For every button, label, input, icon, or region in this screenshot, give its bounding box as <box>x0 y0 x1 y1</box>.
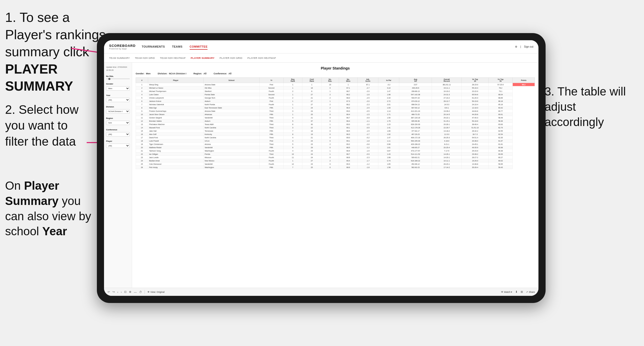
gender-select[interactable]: Men <box>106 86 130 91</box>
table-row[interactable]: 16Alex GoffKentuckyFifth819068.3-1.71.92… <box>136 133 535 136</box>
cell-school: Kentucky <box>203 133 260 136</box>
cell-adj-score: -0.5 <box>357 126 378 129</box>
table-row[interactable]: 11Gordon SargentVanderbiltThird421068.7-… <box>136 116 535 119</box>
cell-school: Texas A&M <box>203 123 260 126</box>
table-row[interactable]: 25Cole SherwoodVanderbiltFourth1223069.3… <box>136 162 535 166</box>
crop-icon[interactable]: ⊡ <box>124 290 126 294</box>
cell-rank: 19 <box>136 143 148 146</box>
cell-no-wins: 68.3 <box>339 106 357 109</box>
table-row[interactable]: 14Maxwell FordNorth CarolinaThird322069.… <box>136 126 535 129</box>
dash-icon[interactable]: — <box>134 290 137 294</box>
back-icon[interactable]: ‹ <box>117 290 118 294</box>
table-row[interactable]: 22Ian GilliganFloridaThird1024168.7-0.91… <box>136 153 535 156</box>
table-row[interactable]: 21Taehoon SongWashingtonFourth423168.9-1… <box>136 149 535 153</box>
cell-yr: Second <box>260 93 283 96</box>
table-row[interactable]: 8Mats EgeEast Tennessee StateFifth124268… <box>136 106 535 109</box>
undo-icon[interactable]: ↩ <box>108 290 110 294</box>
grid-icon[interactable]: ⊞ <box>521 290 523 294</box>
cell-conf-rank: 24 <box>302 156 321 159</box>
table-row[interactable]: 26Petr HrubyWashingtonFifth725068.6-1.81… <box>136 166 535 169</box>
table-row[interactable]: 6Jackson KoirunAuburnFirst127167.3-2.02.… <box>136 100 535 103</box>
watch-label[interactable]: 👁 Watch ▾ <box>501 291 512 293</box>
no-rds-slider[interactable] <box>106 78 130 79</box>
cell-rank: 25 <box>136 162 148 166</box>
year-select[interactable]: (All) <box>106 98 130 102</box>
clock-icon[interactable]: ⏱ <box>139 290 142 294</box>
nav-tournaments[interactable]: TOURNAMENTS <box>142 44 165 50</box>
cell-no-rds: 0 <box>321 146 339 149</box>
table-row[interactable]: 3Michael ThorbjornsenStanfordFourth28168… <box>136 90 535 93</box>
player-select[interactable]: (All) <box>106 144 130 148</box>
conference-select[interactable]: (All) <box>106 132 130 136</box>
cell-vs-top50: 61.81 <box>488 143 513 146</box>
table-row[interactable]: 15Jake HallTennesseeFifth718068.5-1.51.6… <box>136 129 535 133</box>
cell-rank: 5 <box>136 96 148 100</box>
table-row[interactable]: 24Bastian AmatNew MexicoFourth127269.4-1… <box>136 159 535 162</box>
cell-adj-score: -2.5 <box>357 96 378 100</box>
cell-vs-top50: 65.16 <box>488 103 513 106</box>
table-row[interactable]: 18Luke PowellUCLAFirst424069.1-1.81.1150… <box>136 139 535 143</box>
cell-vs-top50: 62.55 <box>488 129 513 133</box>
cell-overall-record: 17-14-2 <box>432 166 462 169</box>
share-label[interactable]: ↗ Share <box>526 291 535 293</box>
cell-school: Stanford <box>203 90 260 93</box>
cell-overall-record: 10-10-2 <box>432 90 462 93</box>
cell-vs-top25: 61-20-3 <box>462 96 489 100</box>
cell-name: Preston Summerhays <box>148 109 203 113</box>
redo-icon[interactable]: ↪ <box>112 290 115 294</box>
table-row[interactable]: 17David FordNorth CarolinaThird421069.0-… <box>136 136 535 139</box>
cell-rank: 15 <box>136 129 148 133</box>
cell-rank: 1 <box>136 83 148 86</box>
cell-conf-rank: 25 <box>302 166 321 169</box>
nav-committee[interactable]: COMMITTEE <box>190 44 208 50</box>
plus-icon[interactable]: ⊕ <box>129 290 131 294</box>
cell-no-rds: 0 <box>321 162 339 166</box>
table-row[interactable]: 2Michael Le SassoOle MissSecond118067.1-… <box>136 86 535 90</box>
cell-conf-rank: 23 <box>302 143 321 146</box>
table-row[interactable]: 10Jacob Skov OlesenArkansasFifth125068.4… <box>136 113 535 116</box>
forward-icon[interactable]: › <box>121 290 122 294</box>
table-row[interactable]: 13Phichakun MaichonTexas A&MThird630169.… <box>136 123 535 126</box>
subnav-player-h2h-heatmap[interactable]: PLAYER H2H HEATMAP <box>248 57 276 59</box>
cell-name: Jake Hall <box>148 129 203 133</box>
division-select[interactable]: NCAA Division I <box>106 109 130 114</box>
cell-school: North Florida <box>203 103 260 106</box>
cell-adj-score: -2.7 <box>357 86 378 90</box>
table-row[interactable]: 12Brendan ValdesAuburnFifth537068.4-1.11… <box>136 119 535 123</box>
cell-name: Luke Powell <box>148 139 203 143</box>
cell-vs-top50: 58.49 <box>488 116 513 119</box>
table-row[interactable]: 1Wenyi DingArizona StateFirst1115167.1-3… <box>136 83 535 86</box>
cell-reg-rank: 6 <box>283 123 302 126</box>
table-row[interactable]: 5Christo LamprechtGeorgia TechFourth2212… <box>136 96 535 100</box>
player-standings-table: # Player School Yr RegRank ConfRank No.R… <box>136 77 535 169</box>
table-row[interactable]: 9Preston SummerhaysArizona StateThird324… <box>136 109 535 113</box>
cell-name: Gordon Sargent <box>148 116 203 119</box>
cell-to-par: 3.10 <box>378 86 399 90</box>
cell-avg-sg: 377-82-17 <box>399 129 432 133</box>
table-row[interactable]: 19Tiger ChristensenArizonaThird523269.2-… <box>136 143 535 146</box>
cell-name: Cole Sherwood <box>148 162 203 166</box>
sign-out-link[interactable]: Sign out <box>524 45 533 48</box>
cell-adj-score: -1.8 <box>357 166 378 169</box>
cell-vs-top25: 24-10-4 <box>462 103 489 106</box>
subnav-team-h2h-heatmap[interactable]: TEAM H2H HEATMAP <box>160 57 186 59</box>
sidebar-region: Region N/A <box>106 117 130 125</box>
region-select[interactable]: N/A <box>106 121 130 125</box>
nav-teams[interactable]: TEAMS <box>172 44 183 50</box>
subnav-player-summary[interactable]: PLAYER SUMMARY <box>191 57 214 59</box>
cell-no-wins: 69.4 <box>339 159 357 162</box>
table-row[interactable]: 7Nicholas GabrelcikNorth FloridaFourth12… <box>136 103 535 106</box>
subnav-team-h2h-grid[interactable]: TEAM H2H GRID <box>135 57 155 59</box>
table-row[interactable]: 4Luke ClatonFlorida StateSecond127268.2-… <box>136 93 535 96</box>
cell-avg-sg: 429-198-22 <box>399 143 432 146</box>
cell-name: Brendan Valdes <box>148 119 203 123</box>
cell-no-wins: 69.1 <box>339 139 357 143</box>
cell-avg-sg: 387-133-16 <box>399 116 432 119</box>
download-icon[interactable]: ⬇ <box>515 290 518 294</box>
table-row[interactable]: 20Matthew RiedelVanderbiltFifth929068.5-… <box>136 146 535 149</box>
table-row[interactable]: 23Jack LundinMissouriFourth1124068.6-2.3… <box>136 156 535 159</box>
cell-rank: 14 <box>136 126 148 129</box>
cell-yr: Third <box>260 116 283 119</box>
subnav-team-summary[interactable]: TEAM SUMMARY <box>109 57 130 59</box>
subnav-player-h2h-grid[interactable]: PLAYER H2H GRID <box>220 57 242 59</box>
